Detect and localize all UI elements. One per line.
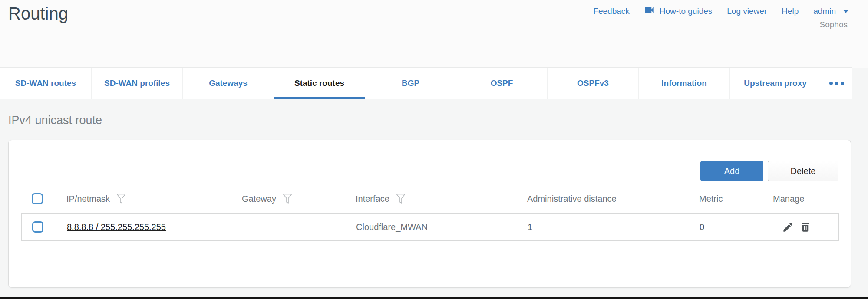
help-link[interactable]: Help [782,7,799,16]
filter-icon[interactable] [396,193,406,204]
page-title: Routing [8,3,68,24]
dot [835,82,838,85]
tab-sd-wan-routes[interactable]: SD-WAN routes [0,68,91,99]
brand-label: Sophos [820,20,848,30]
col-ip-netmask: IP/netmask [66,194,110,204]
filter-icon[interactable] [116,193,126,204]
tab-bgp[interactable]: BGP [365,68,456,99]
col-interface: Interface [356,194,389,204]
tab-bar: SD-WAN routes SD-WAN profiles Gateways S… [0,67,852,99]
metric-cell: 0 [700,222,773,232]
chevron-down-icon [843,10,849,13]
section-heading: IPv4 unicast route [8,114,102,127]
administrative-distance-cell: 1 [528,222,700,232]
tab-ospfv3[interactable]: OSPFv3 [547,68,638,99]
toolbar: Add Delete [700,161,838,181]
feedback-label: Feedback [593,7,629,16]
bottom-window-edge [0,297,868,299]
more-tabs-icon[interactable] [821,68,852,99]
select-all-checkbox[interactable] [32,193,43,204]
row-checkbox[interactable] [32,221,43,233]
col-administrative-distance: Administrative distance [527,194,699,204]
feedback-link[interactable]: Feedback [593,7,629,16]
tab-gateways[interactable]: Gateways [182,68,274,99]
filter-icon[interactable] [282,193,293,204]
col-manage: Manage [773,194,839,204]
table-row: 8.8.8.8 / 255.255.255.255 Cloudflare_MWA… [21,213,839,241]
howto-guides-link[interactable]: How-to guides [644,6,712,16]
dot [829,82,833,85]
manage-cell [773,221,838,233]
edit-pencil-icon[interactable] [782,221,794,233]
ip-netmask-link[interactable]: 8.8.8.8 / 255.255.255.255 [67,222,166,232]
admin-label: admin [813,7,836,16]
col-gateway: Gateway [242,194,276,204]
log-viewer-label: Log viewer [727,7,767,16]
log-viewer-link[interactable]: Log viewer [727,7,767,16]
interface-cell: Cloudflare_MWAN [356,222,528,232]
top-nav: Feedback How-to guides Log viewer Help a… [593,6,849,16]
delete-trash-icon[interactable] [799,221,811,233]
routes-panel: Add Delete IP/netmask Gateway Interface … [8,140,851,288]
tab-information[interactable]: Information [638,68,729,99]
admin-menu[interactable]: admin [813,7,849,16]
howto-guides-label: How-to guides [660,7,712,16]
delete-button[interactable]: Delete [768,161,838,181]
add-button[interactable]: Add [700,161,763,181]
tab-ospf[interactable]: OSPF [456,68,547,99]
col-metric: Metric [699,194,773,204]
top-header: Routing Feedback How-to guides Log viewe… [0,0,868,68]
tab-upstream-proxy[interactable]: Upstream proxy [729,68,821,99]
help-label: Help [782,7,799,16]
video-camera-icon [644,6,656,16]
tab-sd-wan-profiles[interactable]: SD-WAN profiles [91,68,182,99]
dot [841,82,844,85]
tab-static-routes[interactable]: Static routes [274,68,365,99]
table-header: IP/netmask Gateway Interface Administrat… [21,189,839,208]
